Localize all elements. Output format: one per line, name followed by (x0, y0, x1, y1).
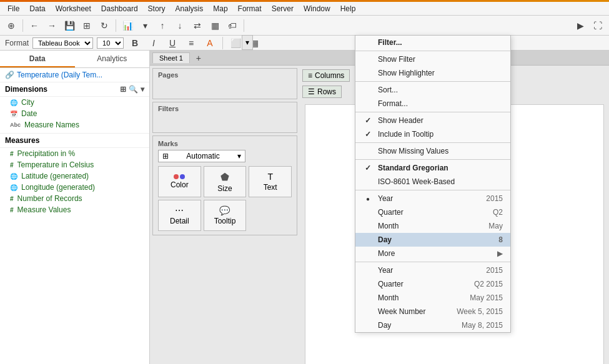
dropdown-year2[interactable]: Year 2015 (355, 263, 510, 277)
dropdown-day[interactable]: Day 8 (355, 233, 510, 247)
label-btn[interactable]: 🏷 (225, 18, 240, 33)
font-size-select[interactable]: 10 (97, 37, 124, 49)
dropdown-sep7 (355, 262, 510, 262)
menu-data[interactable]: Data (24, 3, 50, 14)
tab-data[interactable]: Data (0, 51, 75, 67)
dimension-city[interactable]: 🌐 City (0, 97, 149, 108)
toolbar-separator3 (244, 19, 244, 32)
marks-detail-btn[interactable]: ⋯ Detail (158, 200, 201, 231)
marks-color-btn[interactable]: Color (158, 166, 201, 197)
menu-format[interactable]: Format (233, 3, 267, 14)
dropdown-show-header[interactable]: ✓ Show Header (355, 114, 510, 127)
dropdown-month[interactable]: Month May (355, 219, 510, 233)
left-panels: Pages Filters Marks ⊞ Automatic ▾ (150, 66, 300, 364)
menu-bar: File Data Worksheet Dashboard Story Anal… (0, 2, 609, 16)
dropdown-arrow-button[interactable]: ▾ (242, 35, 253, 50)
measure-temperature[interactable]: # Temperature in Celsius (0, 159, 149, 170)
fullscreen-btn[interactable]: ⛶ (590, 18, 605, 33)
swap-btn[interactable]: ⇄ (190, 18, 205, 33)
dimension-measure-names[interactable]: Abc Measure Names (0, 119, 149, 130)
add-sheet-btn[interactable]: + (191, 51, 206, 66)
dropdown-iso8601[interactable]: ISO-8601 Week-Based (355, 175, 510, 189)
dimensions-label: Dimensions (5, 85, 47, 94)
dropdown-month2[interactable]: Month May 2015 (355, 291, 510, 305)
search-icon[interactable]: 🔍 (129, 85, 138, 94)
measure-precipitation[interactable]: # Precipitation in % (0, 148, 149, 159)
dimensions-header: Dimensions ⊞ 🔍 ▾ (0, 82, 149, 97)
month2-value: May 2015 (470, 293, 503, 302)
dropdown-year[interactable]: ● Year 2015 (355, 192, 510, 205)
add-datasource-btn[interactable]: ⊞ (79, 18, 94, 33)
dropdown-show-filter[interactable]: Show Filter (355, 52, 510, 66)
dropdown-standard-gregorian[interactable]: ✓ Standard Gregorian (355, 161, 510, 175)
marks-tooltip-btn[interactable]: 💬 Tooltip (204, 200, 247, 231)
menu-window[interactable]: Window (299, 3, 335, 14)
new-workbook-btn[interactable]: ⊕ (4, 18, 19, 33)
datasource-item[interactable]: 🔗 Temperature (Daily Tem... (0, 68, 149, 82)
marks-text-btn[interactable]: T Text (249, 166, 292, 197)
dropdown-sep6 (355, 190, 510, 190)
dropdown-sep5 (355, 159, 510, 160)
dropdown-format[interactable]: Format... (355, 97, 510, 111)
menu-worksheet[interactable]: Worksheet (51, 3, 96, 14)
marks-size-btn[interactable]: ⬟ Size (204, 166, 247, 197)
measure-values[interactable]: # Measure Values (0, 204, 149, 215)
filter-btn[interactable]: ▦ (207, 18, 222, 33)
border-btn[interactable]: ⬜ (228, 36, 243, 51)
font-family-select[interactable]: Tableau Book (32, 37, 93, 49)
marks-tooltip-label: Tooltip (214, 217, 236, 225)
present-btn[interactable]: ▶ (573, 18, 588, 33)
menu-analysis[interactable]: Analysis (171, 3, 209, 14)
measure-records[interactable]: # Number of Records (0, 193, 149, 204)
show-filter-label: Show Filter (378, 55, 415, 64)
globe-icon-3: 🌐 (10, 184, 17, 191)
menu-map[interactable]: Map (208, 3, 232, 14)
back-btn[interactable]: ← (27, 18, 42, 33)
dropdown-include-tooltip[interactable]: ✓ Include in Tooltip (355, 127, 510, 141)
sidebar-tabs: Data Analytics (0, 51, 149, 68)
menu-help[interactable]: Help (335, 3, 361, 14)
dropdown-filter-item[interactable]: Filter... (355, 36, 510, 49)
dropdown-sort[interactable]: Sort... (355, 83, 510, 97)
dropdown-quarter2[interactable]: Quarter Q2 2015 (355, 277, 510, 291)
globe-icon-2: 🌐 (10, 173, 17, 180)
chevron-down-icon[interactable]: ▾ (141, 85, 144, 94)
dimension-date[interactable]: 📅 Date (0, 108, 149, 119)
menu-story[interactable]: Story (143, 3, 171, 14)
italic-btn[interactable]: I (146, 36, 161, 51)
dropdown-day2[interactable]: Day May 8, 2015 (355, 318, 510, 332)
dropdown-more[interactable]: More ▶ (355, 247, 510, 260)
show-highlighter-label: Show Highlighter (378, 69, 435, 77)
tab-analytics[interactable]: Analytics (75, 51, 150, 67)
menu-file[interactable]: File (2, 3, 24, 14)
dropdown-quarter[interactable]: Quarter Q2 (355, 205, 510, 219)
dropdown-show-missing[interactable]: Show Missing Values (355, 144, 510, 158)
menu-server[interactable]: Server (267, 3, 299, 14)
chart-btn[interactable]: 📊 (120, 18, 135, 33)
save-btn[interactable]: 💾 (62, 18, 77, 33)
dropdown-btn[interactable]: ▾ (137, 18, 152, 33)
datasource-label: Temperature (Daily Tem... (17, 71, 102, 79)
year2-value: 2015 (486, 266, 503, 275)
menu-dashboard[interactable]: Dashboard (96, 3, 143, 14)
measure-longitude[interactable]: 🌐 Longitude (generated) (0, 182, 149, 193)
globe-icon: 🌐 (10, 99, 17, 106)
sheet-tab[interactable]: Sheet 1 (152, 52, 190, 63)
color-picker-btn[interactable]: A (202, 36, 217, 51)
sort-asc-btn[interactable]: ↑ (155, 18, 170, 33)
refresh-btn[interactable]: ↻ (97, 18, 112, 33)
filters-panel: Filters (152, 102, 297, 133)
bold-btn[interactable]: B (127, 36, 142, 51)
dropdown-week[interactable]: Week Number Week 5, 2015 (355, 305, 510, 318)
format-bar: Format Tableau Book 10 B I U ≡ A ⬜ ▦ (0, 36, 609, 51)
marks-type-dropdown[interactable]: ⊞ Automatic ▾ (158, 150, 245, 162)
dropdown-show-highlighter[interactable]: Show Highlighter (355, 66, 510, 80)
more-arrow: ▶ (497, 249, 503, 258)
forward-btn[interactable]: → (44, 18, 59, 33)
sort-desc-btn[interactable]: ↓ (172, 18, 187, 33)
grid-icon[interactable]: ⊞ (120, 85, 126, 94)
format-label: Format (5, 39, 29, 47)
align-left-btn[interactable]: ≡ (184, 36, 199, 51)
measure-latitude[interactable]: 🌐 Latitude (generated) (0, 170, 149, 182)
underline-btn[interactable]: U (165, 36, 180, 51)
